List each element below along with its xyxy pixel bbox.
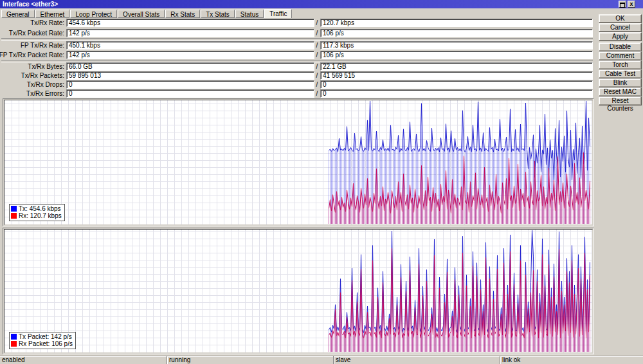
ok-button[interactable]: OK: [599, 14, 642, 23]
traffic-rate-chart: Tx: 454.6 kbpsRx: 120.7 kbps: [3, 98, 594, 226]
fp-tx-rx-rate-label: FP Tx/Rx Rate:: [21, 42, 64, 49]
packet-rate-chart-area: Tx Packet: 142 p/sRx Packet: 106 p/s: [4, 229, 593, 353]
packet-rate-legend: Tx Packet: 142 p/sRx Packet: 106 p/s: [9, 332, 76, 349]
tx-rx-bytes-rx-input[interactable]: 22.1 GB: [320, 62, 593, 71]
tx-rx-bytes-tx-input[interactable]: 66.0 GB: [66, 62, 314, 71]
cancel-button[interactable]: Cancel: [599, 23, 642, 32]
tx-rx-drops-tx-input[interactable]: 0: [66, 80, 314, 89]
status-enabled: enabled: [0, 356, 167, 364]
tx-rx-bytes-separator: /: [315, 63, 319, 70]
comment-button[interactable]: Comment: [599, 51, 642, 60]
tx-rx-errors-rx-input[interactable]: 0: [320, 89, 593, 98]
apply-button[interactable]: Apply: [599, 32, 642, 41]
cable-test-button[interactable]: Cable Test: [599, 69, 642, 78]
tab-ethernet[interactable]: Ethernet: [35, 10, 70, 18]
tab-traffic[interactable]: Traffic: [264, 9, 292, 18]
close-button[interactable]: x: [628, 1, 635, 8]
status-running: running: [167, 356, 333, 364]
legend-row: Tx Packet: 142 p/s: [11, 333, 73, 340]
tab-loop-protect[interactable]: Loop Protect: [70, 10, 117, 18]
torch-button[interactable]: Torch: [599, 60, 642, 69]
group-divider: [1, 38, 593, 41]
legend-text: Tx: 454.6 kbps: [19, 205, 61, 212]
tx-rx-errors-label: Tx/Rx Errors:: [26, 90, 64, 97]
legend-text: Rx Packet: 106 p/s: [19, 340, 73, 347]
tx-rx-rate-tx-input[interactable]: 454.6 kbps: [66, 19, 314, 27]
tx-rx-packet-rate-label: Tx/Rx Packet Rate:: [9, 30, 64, 37]
packet-rate-graph: [5, 230, 592, 352]
group-divider: [1, 60, 593, 62]
legend-row: Rx Packet: 106 p/s: [11, 340, 73, 347]
tx-rx-packets-tx-input[interactable]: 59 895 013: [66, 71, 314, 80]
tab-general[interactable]: General: [1, 10, 35, 18]
reset-mac-address-button[interactable]: Reset MAC Address: [599, 87, 642, 96]
traffic-rate-graph: [5, 100, 592, 224]
fp-tx-rx-packet-rate-separator: /: [315, 51, 319, 59]
legend-swatch: [11, 334, 17, 340]
fp-tx-rx-rate-tx-input[interactable]: 450.1 kbps: [66, 41, 314, 50]
tx-rx-errors-tx-input[interactable]: 0: [66, 89, 314, 98]
fp-tx-rx-packet-rate-tx-input[interactable]: 142 p/s: [66, 51, 314, 59]
fp-tx-rx-rate-separator: /: [315, 42, 319, 49]
fp-tx-rx-rate-rx-input[interactable]: 117.3 kbps: [320, 41, 593, 50]
tab-status[interactable]: Status: [235, 10, 264, 18]
tx-rx-drops-label: Tx/Rx Drops:: [27, 81, 64, 88]
interface-dialog-window: Interface <ether3> x GeneralEthernetLoop…: [0, 0, 643, 364]
rollup-icon: [620, 3, 625, 8]
tx-rx-drops-separator: /: [315, 81, 319, 88]
tx-rx-packet-rate-separator: /: [315, 30, 319, 37]
legend-row: Tx: 454.6 kbps: [11, 205, 62, 212]
tx-rx-rate-label: Tx/Rx Rate:: [30, 19, 64, 26]
close-icon: x: [629, 1, 633, 7]
tab-overall-stats[interactable]: Overall Stats: [118, 10, 165, 18]
fp-tx-rx-packet-rate-rx-input[interactable]: 106 p/s: [320, 51, 593, 59]
tab-rx-stats[interactable]: Rx Stats: [165, 10, 200, 18]
fp-tx-rx-packet-rate-label: FP Tx/Rx Packet Rate:: [0, 51, 64, 59]
tx-rx-bytes-label: Tx/Rx Bytes:: [28, 63, 64, 70]
status-slave: slave: [333, 356, 500, 364]
traffic-rate-legend: Tx: 454.6 kbpsRx: 120.7 kbps: [9, 204, 65, 221]
tx-rx-packets-rx-input[interactable]: 41 569 515: [320, 71, 593, 80]
tx-rx-rate-rx-input[interactable]: 120.7 kbps: [320, 19, 593, 27]
tx-rx-errors-separator: /: [315, 90, 319, 97]
legend-text: Rx: 120.7 kbps: [19, 212, 62, 219]
blink-button[interactable]: Blink: [599, 78, 642, 87]
tab-tx-stats[interactable]: Tx Stats: [201, 10, 235, 18]
disable-button[interactable]: Disable: [599, 42, 642, 51]
tx-rx-rate-separator: /: [315, 19, 319, 26]
legend-swatch: [11, 341, 17, 347]
legend-row: Rx: 120.7 kbps: [11, 212, 62, 219]
status-bar: enabledrunningslavelink ok: [0, 356, 643, 364]
reset-counters-button[interactable]: Reset Counters: [599, 96, 642, 105]
rollup-button[interactable]: [619, 1, 626, 8]
traffic-rate-chart-area: Tx: 454.6 kbpsRx: 120.7 kbps: [4, 100, 593, 225]
packet-rate-chart: Tx Packet: 142 p/sRx Packet: 106 p/s: [3, 228, 594, 354]
status-link-ok: link ok: [500, 356, 643, 364]
legend-swatch: [11, 213, 17, 219]
title-bar[interactable]: Interface <ether3> x: [0, 0, 643, 8]
tx-rx-drops-rx-input[interactable]: 0: [320, 80, 593, 89]
tx-rx-packets-label: Tx/Rx Packets:: [21, 72, 64, 79]
window-title: Interface <ether3>: [3, 1, 58, 8]
legend-text: Tx Packet: 142 p/s: [19, 333, 72, 340]
tx-rx-packets-separator: /: [315, 72, 319, 79]
tx-rx-packet-rate-tx-input[interactable]: 142 p/s: [66, 29, 314, 37]
tx-rx-packet-rate-rx-input[interactable]: 106 p/s: [320, 29, 593, 37]
legend-swatch: [11, 206, 17, 212]
tab-bar: GeneralEthernetLoop ProtectOverall Stats…: [1, 9, 293, 18]
